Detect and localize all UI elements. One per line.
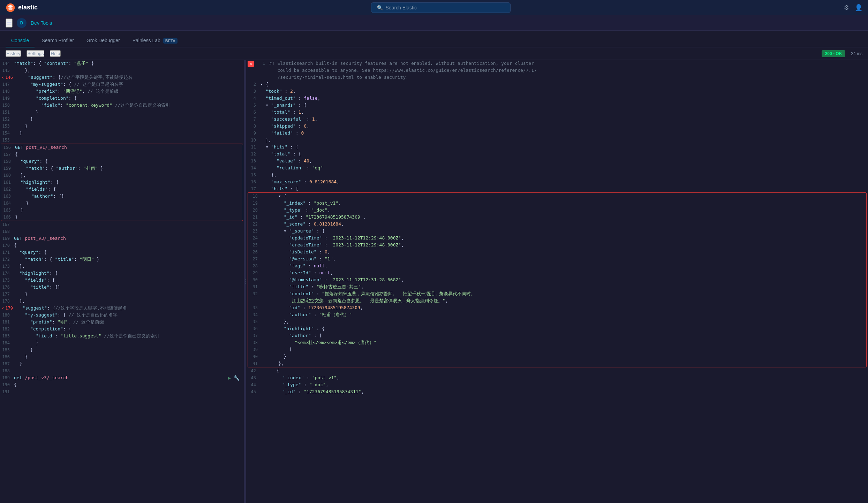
table-row: 15 }, xyxy=(246,172,868,178)
table-row: 23 ▾ "_source" : { xyxy=(248,228,866,235)
table-row: 45 "_id" : "1723679485195874311", xyxy=(246,388,868,395)
table-row: 2 ▾ { xyxy=(246,81,868,88)
table-row: 182 "completion": { xyxy=(0,326,244,333)
hamburger-button[interactable]: ☰ xyxy=(6,18,13,28)
table-row: 186 } xyxy=(0,353,244,360)
tabs-bar: Console Search Profiler Grok Debugger Pa… xyxy=(0,31,868,47)
settings-icon[interactable]: ⚙ xyxy=(844,4,849,12)
table-row: 155 xyxy=(0,137,244,144)
table-row: 17 "hits" : [ xyxy=(246,185,868,192)
table-row: 39 ] xyxy=(248,346,866,353)
table-row: 29 "userId" : null, xyxy=(248,269,866,276)
table-row: 9 "failed" : 0 xyxy=(246,130,868,137)
table-row: 190 { xyxy=(0,381,244,388)
table-row: 169 GET post_v3/_search xyxy=(0,235,244,242)
table-row: 12 "total" : { xyxy=(246,151,868,158)
table-row: 157 { xyxy=(1,151,243,158)
user-icon[interactable]: 👤 xyxy=(855,4,862,12)
table-row: 34 "author" : "杜甫（唐代）" xyxy=(248,311,866,318)
dev-tools-label: Dev Tools xyxy=(31,20,52,26)
tab-search-profiler[interactable]: Search Profiler xyxy=(36,34,80,47)
table-row: 164 } xyxy=(1,200,243,207)
table-row: 25 "createTime" : "2023-11-12T12:29:48.0… xyxy=(248,242,866,249)
table-row: /security-minimal-setup.html to enable s… xyxy=(255,74,868,81)
elastic-logo[interactable]: elastic xyxy=(6,3,38,13)
sub-toolbar: History Settings Help 200 - OK 24 ms xyxy=(0,47,868,60)
highlighted-block-response: 18 ▾ { 19 "_index" : "post_v1", 20 "_typ… xyxy=(248,192,867,367)
app-name: elastic xyxy=(18,4,38,11)
table-row: 154 } xyxy=(0,130,244,137)
run-query-icon[interactable]: ▶ xyxy=(228,374,231,381)
table-row: 33 "id" : 1723679485195874309, xyxy=(248,304,866,311)
table-row: 151 } xyxy=(0,109,244,116)
navbar: elastic 🔍 Search Elastic ⚙ 👤 xyxy=(0,0,868,15)
svg-point-2 xyxy=(8,8,13,10)
table-row: 16 "max_score" : 0.81201684, xyxy=(246,178,868,185)
table-row: 167 xyxy=(0,221,244,228)
close-response-button[interactable]: ✕ xyxy=(248,61,254,67)
table-row: 8 "skipped" : 0, xyxy=(246,123,868,130)
settings-button[interactable]: Settings xyxy=(27,50,44,57)
main-content: 144 "match": { "content": "燕子" } 145 }, … xyxy=(0,60,868,503)
table-row: 181 "prefix": "明", // 这个是前缀 xyxy=(0,319,244,326)
history-button[interactable]: History xyxy=(6,50,21,57)
table-row: 3 "took" : 2, xyxy=(246,88,868,95)
table-row: 168 xyxy=(0,228,244,235)
table-row: 188 xyxy=(0,367,244,374)
table-row: 31 "title" : "咏怀古迹五首·其三", xyxy=(248,283,866,290)
table-row: 189 get /post_v3/_search ▶ 🔧 xyxy=(0,374,244,381)
search-box[interactable]: 🔍 Search Elastic xyxy=(371,2,511,13)
table-row: 160 }, xyxy=(1,172,243,179)
table-row: 28 "tags" : null, xyxy=(248,262,866,269)
table-row: 165 } xyxy=(1,207,243,214)
table-row: 41 }, xyxy=(248,360,866,367)
table-row: 7 "successful" : 1, xyxy=(246,116,868,123)
table-row: could be accessible to anyone. See https… xyxy=(255,67,868,74)
tab-painless-lab[interactable]: Painless Lab BETA xyxy=(127,34,183,47)
table-row: 175 "fields": { xyxy=(0,277,244,284)
tab-grok-debugger[interactable]: Grok Debugger xyxy=(81,34,126,47)
table-row: 14 "relation" : "eq" xyxy=(246,165,868,172)
wrench-icon[interactable]: 🔧 xyxy=(234,374,240,381)
table-row: 178 }, xyxy=(0,298,244,305)
table-row: 191 xyxy=(0,388,244,395)
table-row: 19 "_index" : "post_v1", xyxy=(248,200,866,207)
svg-point-1 xyxy=(8,5,13,8)
second-bar: ☰ D Dev Tools xyxy=(0,15,868,31)
response-code-area: ✕ 1 #! Elasticsearch built-in security f… xyxy=(246,60,868,395)
table-row: 35 }, xyxy=(248,318,866,325)
editor-panel[interactable]: 144 "match": { "content": "燕子" } 145 }, … xyxy=(0,60,244,503)
table-row: 177 } xyxy=(0,291,244,298)
table-row: 27 "@version" : "1", xyxy=(248,256,866,262)
search-icon: 🔍 xyxy=(377,5,383,10)
table-row: 10 }, xyxy=(246,137,868,144)
table-row: 11 ▾ "hits" : { xyxy=(246,144,868,151)
table-row: 174 "highlight": { xyxy=(0,270,244,277)
table-row: 187 } xyxy=(0,360,244,367)
table-row: 24 "updateTime" : "2023-11-12T12:29:48.0… xyxy=(248,235,866,242)
table-row: 18 ▾ { xyxy=(248,193,866,200)
table-row: 20 "_type" : "_doc", xyxy=(248,207,866,214)
navbar-icons: ⚙ 👤 xyxy=(844,4,862,12)
table-row: 176 "title": {} xyxy=(0,284,244,291)
table-row: 4 "timed_out" : false, xyxy=(246,95,868,102)
table-row: 37 "author" : [ xyxy=(248,332,866,339)
search-area: 🔍 Search Elastic xyxy=(38,2,844,13)
table-row: 1 #! Elasticsearch built-in security fea… xyxy=(255,60,868,67)
table-row: 5 ▾ "_shards" : { xyxy=(246,102,868,109)
elastic-logo-icon xyxy=(6,3,15,13)
response-header: ✕ 1 #! Elasticsearch built-in security f… xyxy=(246,60,868,81)
table-row: 43 "_index" : "post_v1", xyxy=(246,374,868,381)
table-row: ✕146 "suggest": {//这个字段是关键字,不能随便起名 xyxy=(0,74,244,81)
table-row: 144 "match": { "content": "燕子" } xyxy=(0,60,244,67)
help-button[interactable]: Help xyxy=(50,50,61,57)
tab-console[interactable]: Console xyxy=(6,34,35,47)
table-row: 149 "completion": { xyxy=(0,95,244,102)
beta-badge: BETA xyxy=(163,38,178,44)
table-row: 42 { xyxy=(246,367,868,374)
search-placeholder: Search Elastic xyxy=(386,5,417,10)
table-row: 166 } xyxy=(1,214,243,221)
table-row: 152 } xyxy=(0,116,244,123)
table-row: 145 }, xyxy=(0,67,244,74)
editor-code-area: 144 "match": { "content": "燕子" } 145 }, … xyxy=(0,60,244,395)
